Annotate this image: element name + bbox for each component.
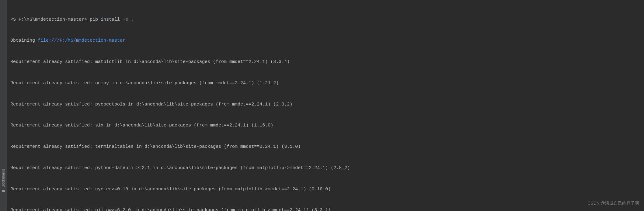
output-req: Requirement already satisfied: pycocotoo…	[10, 101, 641, 108]
cmd-arg: .	[131, 17, 134, 22]
cmd-sub: install	[101, 17, 120, 22]
output-req: Requirement already satisfied: pillow>=6…	[10, 207, 641, 211]
cmd-bin: pip	[90, 17, 98, 22]
prompt-prefix: PS	[10, 17, 19, 22]
ide-sidebar: Bookmarks	[0, 0, 7, 211]
output-req: Requirement already satisfied: six in d:…	[10, 122, 641, 129]
terminal-panel[interactable]: PS F:\MS\mmdetection-master> pip install…	[7, 0, 644, 211]
output-req: Requirement already satisfied: python-da…	[10, 164, 641, 171]
bookmarks-label: Bookmarks	[1, 169, 6, 187]
output-obtaining: Obtaining file:///F:/MS/mmdetection-mast…	[10, 37, 641, 44]
terminal-command-line: PS F:\MS\mmdetection-master> pip install…	[10, 16, 641, 23]
watermark: CSDN @活成自己的样子啊	[587, 200, 639, 207]
bookmark-icon	[2, 189, 5, 193]
prompt-gt: >	[84, 17, 90, 22]
bookmarks-tab[interactable]: Bookmarks	[1, 169, 6, 193]
output-req: Requirement already satisfied: numpy in …	[10, 80, 641, 87]
prompt-cwd: F:\MS\mmdetection-master	[19, 17, 84, 22]
output-req: Requirement already satisfied: terminalt…	[10, 143, 641, 150]
output-req: Requirement already satisfied: cycler>=0…	[10, 186, 641, 193]
obtaining-label: Obtaining	[10, 38, 38, 43]
output-req: Requirement already satisfied: matplotli…	[10, 58, 641, 65]
obtaining-url-link[interactable]: file:///F:/MS/mmdetection-master	[38, 38, 125, 43]
cmd-flag: -e	[123, 17, 128, 22]
